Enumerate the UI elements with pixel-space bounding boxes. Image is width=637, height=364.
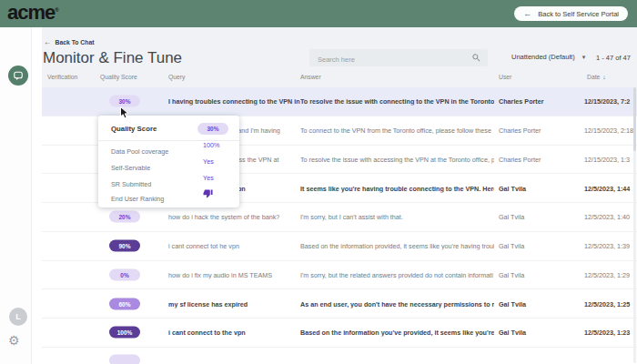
quality-score-badge[interactable]: 30% xyxy=(109,96,140,107)
back-arrow-icon: ← xyxy=(523,9,531,18)
column-header-quality-score: Quality Score xyxy=(100,74,137,80)
table-row[interactable]: 90%i cant connect tot he vpnBased on the… xyxy=(42,232,637,261)
date-cell: 12/5/2023, 1:44 xyxy=(584,184,637,192)
query-cell[interactable]: i cant connect tot he vpn xyxy=(168,242,300,250)
back-to-portal-button[interactable]: ← Back to Self Service Portal xyxy=(514,6,628,21)
back-to-chat-label: Back To Chat xyxy=(56,39,95,46)
answer-cell[interactable]: To resolve the issue with accessing the … xyxy=(300,155,494,163)
vertical-scrollbar[interactable] xyxy=(633,87,636,363)
column-header-verification: Verification xyxy=(47,74,77,80)
search-box xyxy=(309,49,488,66)
quality-score-cell: 90% xyxy=(109,240,147,252)
chat-bubble-icon xyxy=(13,70,24,81)
date-cell: 12/5/2023, 1:39 xyxy=(584,242,637,250)
left-rail: L ⚙ xyxy=(0,27,32,364)
column-header-date[interactable]: Date↓ xyxy=(587,74,606,80)
mode-dropdown[interactable]: Unattended (Default) ▾ xyxy=(511,53,585,61)
answer-cell[interactable]: To resolve the issue with connecting to … xyxy=(300,97,494,106)
date-cell: 12/5/2023, 1:23 xyxy=(584,329,637,337)
user-cell: Gal Tvila xyxy=(499,270,582,278)
query-cell[interactable]: how do i fix my audio in MS TEAMS xyxy=(168,270,300,278)
quality-score-cell: 20% xyxy=(109,211,147,223)
pagination-counter: 1 - 47 of 47 xyxy=(596,54,631,62)
search-icon[interactable] xyxy=(471,53,481,63)
gear-icon[interactable]: ⚙ xyxy=(8,333,20,348)
quality-score-badge[interactable]: 20% xyxy=(109,211,140,223)
quality-score-cell xyxy=(109,355,147,364)
mode-dropdown-value: Unattended (Default) xyxy=(511,53,575,61)
scrollbar-thumb[interactable] xyxy=(633,87,636,151)
table-row[interactable]: 60%my sf license has expiredAs an end us… xyxy=(42,289,637,318)
acme-logo: acme® xyxy=(7,1,58,25)
table-row[interactable]: 100%i cant connect to the vpnBased on th… xyxy=(42,318,637,348)
date-cell: 12/5/2023, 1:40 xyxy=(584,213,637,221)
quality-score-badge[interactable]: 100% xyxy=(109,327,140,339)
tooltip-row: End User Ranking xyxy=(111,188,228,199)
user-cell: Charles Porter xyxy=(499,126,582,135)
registered-mark: ® xyxy=(55,7,57,13)
column-header-query: Query xyxy=(168,74,186,80)
user-cell: Gal Tvila xyxy=(499,213,582,221)
query-cell[interactable]: I having troubles connecting to the VPN … xyxy=(168,97,300,106)
column-header-answer: Answer xyxy=(300,74,321,80)
user-avatar[interactable]: L xyxy=(9,308,27,326)
quality-score-badge[interactable] xyxy=(109,355,140,364)
date-cell: 12/5/2023, 1:29 xyxy=(584,270,637,278)
back-arrow-icon: ← xyxy=(44,37,52,46)
query-cell[interactable]: how do i hack the system of the bank? xyxy=(168,213,300,221)
user-cell: Gal Tvila xyxy=(499,329,582,337)
answer-cell[interactable]: To connect to the VPN from the Toronto o… xyxy=(300,126,494,135)
answer-cell[interactable]: Based on the information provided, it se… xyxy=(300,242,494,250)
page-title: Monitor & Fine Tune xyxy=(43,49,182,67)
quality-score-cell: 60% xyxy=(109,298,147,309)
chat-button[interactable] xyxy=(8,66,28,86)
answer-cell[interactable]: I'm sorry, but I can't assist with that. xyxy=(300,213,494,221)
user-cell: Gal Tvila xyxy=(499,299,582,308)
quality-score-cell: 100% xyxy=(109,327,147,339)
top-bar: acme® ← Back to Self Service Portal xyxy=(0,0,637,27)
mouse-cursor-icon xyxy=(119,106,130,119)
date-cell: 12/5/2023, 1:25 xyxy=(584,299,637,308)
user-cell: Gal Tvila xyxy=(499,242,582,250)
quality-score-cell: 30% xyxy=(109,96,147,107)
quality-score-badge[interactable]: 90% xyxy=(109,240,140,252)
query-cell[interactable]: i cant connect to the vpn xyxy=(168,329,300,337)
user-cell: Gal Tvila xyxy=(499,184,582,192)
answer-cell[interactable]: As an end user, you don't have the neces… xyxy=(300,299,494,308)
tooltip-score-badge: 30% xyxy=(197,123,228,135)
query-cell[interactable]: my sf license has expired xyxy=(168,299,300,308)
quality-score-badge[interactable]: 0% xyxy=(109,268,140,280)
column-header-user: User xyxy=(499,74,511,80)
table-header: Verification Quality Score Query Answer … xyxy=(42,73,637,87)
quality-score-tooltip: Quality Score 30% Data Pool coverage 100… xyxy=(98,116,239,207)
tooltip-title: Quality Score xyxy=(111,125,157,133)
search-input[interactable] xyxy=(309,51,488,68)
date-cell: 12/15/2023, 2:18 xyxy=(584,126,637,135)
back-to-chat-link[interactable]: ← Back To Chat xyxy=(44,37,94,46)
date-cell: 12/15/2023, 7:2 xyxy=(584,97,637,106)
quality-score-badge[interactable]: 60% xyxy=(109,298,140,309)
answer-cell[interactable]: It seems like you're having trouble conn… xyxy=(300,184,494,192)
tooltip-row: Data Pool coverage 100% xyxy=(111,141,228,152)
quality-score-cell: 0% xyxy=(109,268,147,280)
sort-desc-icon: ↓ xyxy=(602,74,605,80)
table-row[interactable]: 30%I having troubles connecting to the V… xyxy=(42,87,637,116)
table-row[interactable] xyxy=(42,348,637,364)
table-row[interactable]: 0%how do i fix my audio in MS TEAMSI'm s… xyxy=(42,261,637,290)
tooltip-row: Self-Servable Yes xyxy=(111,157,228,168)
tooltip-row: SR Submitted Yes xyxy=(111,174,228,185)
user-cell: Charles Porter xyxy=(499,97,582,106)
tooltip-header: Quality Score 30% xyxy=(111,120,228,136)
user-cell: Charles Porter xyxy=(499,155,582,163)
app-window: acme® ← Back to Self Service Portal L ⚙ … xyxy=(0,0,637,364)
back-to-portal-label: Back to Self Service Portal xyxy=(538,10,619,18)
chevron-down-icon: ▾ xyxy=(582,54,586,61)
date-cell: 12/15/2023, 1:3 xyxy=(584,155,637,163)
answer-cell[interactable]: I'm sorry, but the related answers provi… xyxy=(300,270,494,278)
answer-cell[interactable]: Based on the information you've provided… xyxy=(300,329,494,337)
thumbs-down-icon xyxy=(203,188,213,200)
